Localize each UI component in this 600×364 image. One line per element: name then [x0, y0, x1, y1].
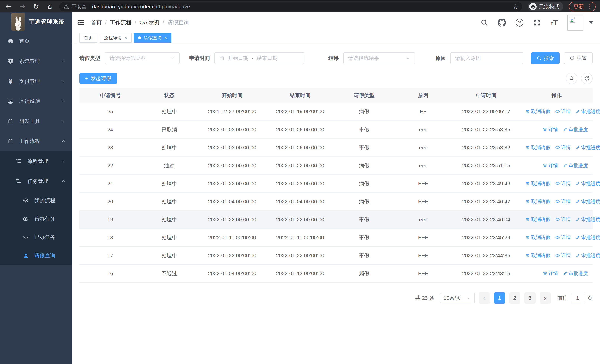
prev-page-button[interactable]: ‹ — [479, 292, 490, 304]
sidebar-item-done-tasks[interactable]: 已办任务 — [0, 228, 72, 246]
audit-progress-link[interactable]: 审批进度 — [576, 180, 600, 187]
cell-reason: EEE — [395, 264, 451, 282]
sidebar-item-home[interactable]: 首页 — [0, 31, 72, 51]
leave-type-select[interactable]: 请选择请假类型 — [105, 52, 179, 64]
toggle-search-button[interactable] — [566, 73, 577, 84]
audit-progress-link[interactable]: 审批进度 — [576, 144, 600, 151]
audit-progress-link[interactable]: 审批进度 — [576, 252, 600, 259]
next-page-button[interactable]: › — [540, 292, 551, 304]
address-bar[interactable]: 不安全 dashboard.yudao.iocoder.cn/bpm/oa/le… — [59, 2, 522, 11]
audit-progress-link[interactable]: 审批进度 — [576, 198, 600, 205]
bookmark-star-icon[interactable]: ☆ — [513, 3, 518, 10]
breadcrumb-item[interactable]: OA 示例 — [140, 19, 159, 26]
sidebar-item-label: 系统管理 — [19, 58, 40, 65]
sidebar-item-devtools[interactable]: 研发工具 — [0, 111, 72, 131]
tab-leave-query[interactable]: 请假查询 × — [134, 33, 171, 43]
audit-progress-link[interactable]: 审批进度 — [563, 270, 588, 277]
app-logo[interactable]: 芋道管理系统 — [0, 12, 72, 31]
sidebar-collapse-icon[interactable] — [77, 19, 85, 26]
cancel-leave-link[interactable]: 取消请假 — [525, 144, 550, 151]
column-header: 请假类型 — [334, 88, 395, 103]
create-leave-button[interactable]: + 发起请假 — [79, 73, 117, 84]
page-button-1[interactable]: 1 — [494, 292, 505, 304]
sidebar-item-payment[interactable]: ¥ 支付管理 — [0, 71, 72, 91]
sidebar-item-process-management[interactable]: 流程管理 — [0, 151, 72, 171]
monitor-icon — [7, 98, 14, 104]
sidebar-item-task-management[interactable]: 任务管理 — [0, 171, 72, 191]
detail-link[interactable]: 详情 — [543, 162, 558, 169]
detail-link[interactable]: 详情 — [555, 144, 571, 151]
cell-reason: eee — [395, 157, 451, 175]
audit-progress-link[interactable]: 审批进度 — [576, 216, 600, 223]
detail-link[interactable]: 详情 — [555, 252, 571, 259]
detail-link[interactable]: 详情 — [555, 198, 571, 205]
github-icon[interactable] — [498, 19, 506, 27]
sidebar-item-todo-tasks[interactable]: 待办任务 — [0, 210, 72, 228]
breadcrumb-item[interactable]: 工作流程 — [110, 19, 131, 26]
app-title: 芋道管理系统 — [29, 18, 65, 26]
audit-progress-link[interactable]: 审批进度 — [576, 234, 600, 241]
sidebar-item-infrastructure[interactable]: 基础设施 — [0, 91, 72, 111]
avatar-caret-icon[interactable] — [589, 21, 593, 24]
detail-link[interactable]: 详情 — [555, 108, 571, 114]
page-button-2[interactable]: 2 — [509, 292, 520, 304]
reason-input[interactable] — [455, 55, 518, 61]
row-actions: 详情审批进度 — [521, 157, 593, 175]
detail-link[interactable]: 详情 — [543, 270, 558, 277]
chevron-down-icon — [61, 159, 66, 164]
breadcrumb-item[interactable]: 首页 — [91, 19, 102, 26]
goto-page-input[interactable] — [571, 293, 584, 303]
create-leave-label: 发起请假 — [91, 75, 111, 82]
row-actions: 取消请假详情审批进度 — [521, 175, 593, 193]
audit-progress-link[interactable]: 审批进度 — [576, 108, 600, 115]
cancel-leave-link[interactable]: 取消请假 — [525, 108, 550, 115]
audit-progress-link[interactable]: 审批进度 — [563, 126, 588, 133]
browser-menu-icon[interactable]: ⋮ — [587, 3, 593, 10]
sidebar-item-workflow[interactable]: 工作流程 — [0, 131, 72, 151]
tab-home[interactable]: 首页 — [79, 33, 97, 43]
tab-process-detail[interactable]: 流程详情 × — [100, 33, 131, 43]
refresh-button[interactable] — [581, 73, 593, 84]
browser-back-icon[interactable]: ← — [4, 3, 13, 10]
cancel-leave-link[interactable]: 取消请假 — [525, 252, 550, 259]
sidebar-item-label: 待办任务 — [35, 215, 55, 222]
cancel-leave-link[interactable]: 取消请假 — [525, 216, 550, 223]
security-warning-icon — [63, 4, 69, 9]
audit-progress-link[interactable]: 审批进度 — [563, 162, 588, 169]
close-icon[interactable]: × — [124, 35, 127, 41]
browser-home-icon[interactable]: ⌂ — [46, 3, 54, 10]
detail-link[interactable]: 详情 — [555, 216, 571, 223]
sidebar-item-system[interactable]: 系统管理 — [0, 51, 72, 71]
browser-forward-icon[interactable]: → — [18, 3, 26, 10]
sidebar-item-leave-query[interactable]: 请假查询 — [0, 246, 72, 265]
close-icon[interactable]: × — [164, 35, 167, 41]
detail-link[interactable]: 详情 — [555, 234, 571, 241]
cell-start: 2022-01-22 00:00:00 — [197, 157, 267, 175]
reset-button[interactable]: 重置 — [564, 52, 593, 64]
reset-button-label: 重置 — [577, 55, 587, 62]
font-size-icon[interactable]: TT — [551, 19, 558, 27]
detail-link[interactable]: 详情 — [555, 180, 571, 187]
cancel-leave-link[interactable]: 取消请假 — [525, 180, 550, 187]
page-button-3[interactable]: 3 — [525, 292, 535, 304]
search-icon[interactable] — [480, 19, 488, 27]
cell-end: 2022-01-26 00:00:00 — [267, 121, 334, 139]
search-button[interactable]: 搜索 — [531, 52, 560, 64]
apply-time-label: 申请时间 — [189, 55, 210, 62]
fullscreen-icon[interactable] — [533, 19, 541, 27]
page-size-select[interactable]: 10条/页 — [440, 293, 475, 303]
cancel-leave-link[interactable]: 取消请假 — [525, 234, 550, 241]
browser-update-button[interactable]: 更新 ⋮ — [569, 2, 596, 11]
detail-link[interactable]: 详情 — [543, 126, 558, 133]
cell-applied: 2022-01-22 23:53:35 — [451, 121, 521, 139]
help-icon[interactable]: ? — [516, 19, 524, 27]
cancel-leave-link[interactable]: 取消请假 — [525, 198, 550, 205]
apply-time-range-picker[interactable]: 开始日期 - 结束日期 — [214, 52, 304, 64]
avatar[interactable] — [567, 15, 583, 31]
cell-applied: 2022-01-22 23:43:16 — [451, 264, 521, 282]
cell-status: 已取消 — [141, 121, 197, 139]
result-select[interactable]: 请选择流结果 — [343, 52, 415, 64]
sidebar-item-my-process[interactable]: 我的流程 — [0, 191, 72, 210]
browser-reload-icon[interactable]: ↻ — [32, 3, 40, 10]
gear-icon — [7, 58, 14, 64]
